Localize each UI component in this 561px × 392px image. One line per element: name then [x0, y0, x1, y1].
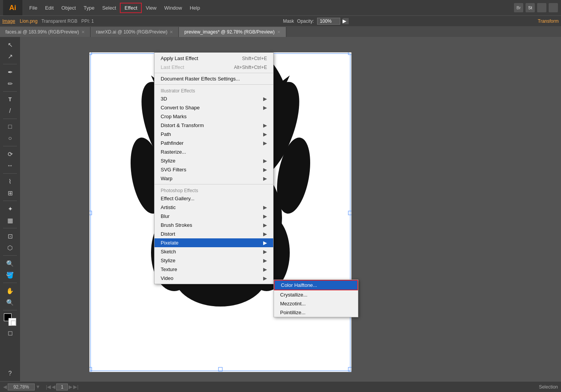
- opacity-input[interactable]: 100%: [317, 18, 340, 25]
- screen-mode-button[interactable]: ◻: [3, 327, 17, 338]
- artboard-tool[interactable]: ⊡: [3, 231, 17, 241]
- page-input[interactable]: 1: [56, 384, 68, 390]
- eyedropper-tool[interactable]: 🔍: [3, 258, 17, 269]
- paint-bucket-tool[interactable]: 🪣: [3, 270, 17, 280]
- effect-rasterize[interactable]: Rasterize...: [155, 147, 273, 156]
- tool-separator-10: [3, 310, 17, 310]
- tool-separator-9: [3, 283, 17, 283]
- effect-pixelate[interactable]: Pixelate▶: [155, 238, 273, 247]
- rotate-tool[interactable]: ⟳: [3, 149, 17, 159]
- column-graph-tool[interactable]: ▦: [3, 215, 17, 226]
- tab-close-rawr[interactable]: ✕: [170, 30, 173, 35]
- tab-preview[interactable]: preview_images* @ 92.78% (RGB/Preview) ✕: [179, 27, 286, 37]
- page-last-icon[interactable]: ▶|: [73, 384, 78, 390]
- direct-selection-tool[interactable]: ↗: [3, 51, 17, 62]
- tab-close-preview[interactable]: ✕: [277, 30, 280, 35]
- color-halftone-item[interactable]: Color Halftone...: [274, 280, 358, 290]
- tab-faces[interactable]: faces.ai @ 183.99% (RGB/Preview) ✕: [0, 27, 91, 37]
- effect-dropdown: Apply Last Effect Shift+Ctrl+E Last Effe…: [154, 52, 274, 284]
- menu-type[interactable]: Type: [80, 3, 98, 12]
- effect-pathfinder[interactable]: Pathfinder▶: [155, 139, 273, 147]
- effect-distort[interactable]: Distort & Transform▶: [155, 121, 273, 130]
- pointillize-item[interactable]: Pointillize...: [274, 308, 358, 317]
- effect-stylize-ps[interactable]: Stylize▶: [155, 256, 273, 265]
- zoom-controls: ◀ 92.78% ▼: [3, 384, 40, 390]
- line-tool[interactable]: /: [3, 106, 17, 116]
- effect-3d[interactable]: 3D▶: [155, 94, 273, 103]
- effect-brush-strokes[interactable]: Brush Strokes▶: [155, 221, 273, 230]
- app-logo: Ai: [3, 0, 22, 15]
- slice-tool[interactable]: ⬡: [3, 242, 17, 253]
- page-controls: |◀ ◀ 1 ▶ ▶|: [46, 384, 79, 390]
- effect-texture[interactable]: Texture▶: [155, 265, 273, 274]
- effect-sketch[interactable]: Sketch▶: [155, 247, 273, 256]
- warp-tool[interactable]: ⌇: [3, 176, 17, 187]
- symbol-tool[interactable]: ✦: [3, 203, 17, 214]
- effect-warp[interactable]: Warp▶: [155, 174, 273, 183]
- tool-separator-3: [3, 119, 17, 119]
- effect-svg-filters[interactable]: SVG Filters▶: [155, 165, 273, 174]
- selection-tool[interactable]: ↖: [3, 39, 17, 50]
- menu-help[interactable]: Help: [186, 3, 204, 12]
- pen-tool[interactable]: ✒: [3, 67, 17, 77]
- menu-file[interactable]: File: [25, 3, 41, 12]
- document-raster-item[interactable]: Document Raster Effects Settings...: [155, 74, 273, 83]
- tab-close-faces[interactable]: ✕: [81, 30, 85, 35]
- fill-stroke-indicator[interactable]: [4, 313, 16, 326]
- tab-bar: faces.ai @ 183.99% (RGB/Preview) ✕ rawrX…: [0, 26, 561, 37]
- status-bar: ◀ 92.78% ▼ |◀ ◀ 1 ▶ ▶| Selection: [0, 381, 561, 392]
- workspace-button[interactable]: [537, 3, 546, 12]
- transform-label[interactable]: Transform: [538, 18, 559, 24]
- apply-last-effect-item[interactable]: Apply Last Effect Shift+Ctrl+E: [155, 54, 273, 63]
- illustrator-header: Illustrator Effects: [155, 86, 273, 94]
- page-next-icon[interactable]: ▶: [69, 384, 72, 390]
- sync-button[interactable]: [549, 3, 558, 12]
- crystallize-item[interactable]: Crystallize...: [274, 290, 358, 299]
- svg-rect-34: [348, 211, 351, 215]
- menu-bar: Ai File Edit Object Type Select Effect V…: [0, 0, 561, 15]
- mezzotint-item[interactable]: Mezzotint...: [274, 299, 358, 308]
- rect-tool[interactable]: □: [3, 121, 17, 132]
- effect-distort-ps[interactable]: Distort▶: [155, 230, 273, 238]
- main-area: ↖ ↗ ✒ ✏ T / □ ○ ⟳ ↔ ⌇ ⊞ ✦ ▦ ⊡ ⬡ 🔍 🪣 ✋ 🔍: [0, 37, 561, 381]
- opacity-arrow[interactable]: ▶: [343, 18, 349, 24]
- pencil-tool[interactable]: ✏: [3, 78, 17, 89]
- tool-separator-5: [3, 173, 17, 174]
- menu-object[interactable]: Object: [57, 3, 80, 12]
- page-first-icon[interactable]: |◀: [46, 384, 51, 390]
- effect-convert-shape[interactable]: Convert to Shape▶: [155, 103, 273, 112]
- ppi-label: PPI: 1: [81, 18, 94, 24]
- free-transform-tool[interactable]: ⊞: [3, 188, 17, 198]
- effect-blur[interactable]: Blur▶: [155, 212, 273, 221]
- effect-stylize[interactable]: Stylize▶: [155, 156, 273, 165]
- menu-edit[interactable]: Edit: [41, 3, 57, 12]
- effect-crop-marks[interactable]: Crop Marks: [155, 112, 273, 121]
- tool-separator-4: [3, 146, 17, 146]
- effect-section-illustrator: Illustrator Effects 3D▶ Convert to Shape…: [155, 85, 273, 184]
- br-button[interactable]: Br: [514, 3, 523, 12]
- st-button[interactable]: St: [526, 3, 535, 12]
- effect-artistic[interactable]: Artistic▶: [155, 203, 273, 212]
- left-toolbar: ↖ ↗ ✒ ✏ T / □ ○ ⟳ ↔ ⌇ ⊞ ✦ ▦ ⊡ ⬡ 🔍 🪣 ✋ 🔍: [0, 37, 20, 381]
- hand-tool[interactable]: ✋: [3, 285, 17, 296]
- page-back-icon[interactable]: ◀: [3, 384, 7, 390]
- effect-path[interactable]: Path▶: [155, 130, 273, 139]
- scale-tool[interactable]: ↔: [3, 160, 17, 171]
- tab-rawr[interactable]: rawrXD.ai @ 100% (RGB/Preview) ✕: [91, 27, 179, 37]
- help-button[interactable]: ?: [3, 368, 17, 379]
- menu-effect[interactable]: Effect: [120, 3, 142, 13]
- mask-label: Mask: [283, 18, 294, 24]
- page-prev-icon[interactable]: ◀: [52, 384, 55, 390]
- zoom-tool[interactable]: 🔍: [3, 297, 17, 308]
- tool-separator-1: [3, 64, 17, 64]
- menu-select[interactable]: Select: [98, 3, 120, 12]
- image-tab[interactable]: Image: [2, 18, 15, 24]
- zoom-dropdown-icon[interactable]: ▼: [35, 384, 40, 390]
- type-tool[interactable]: T: [3, 94, 17, 105]
- menu-view[interactable]: View: [142, 3, 160, 12]
- effect-video[interactable]: Video▶: [155, 274, 273, 283]
- ellipse-tool[interactable]: ○: [3, 133, 17, 144]
- effect-gallery[interactable]: Effect Gallery...: [155, 194, 273, 203]
- menu-window[interactable]: Window: [160, 3, 186, 12]
- zoom-input[interactable]: 92.78%: [8, 384, 35, 390]
